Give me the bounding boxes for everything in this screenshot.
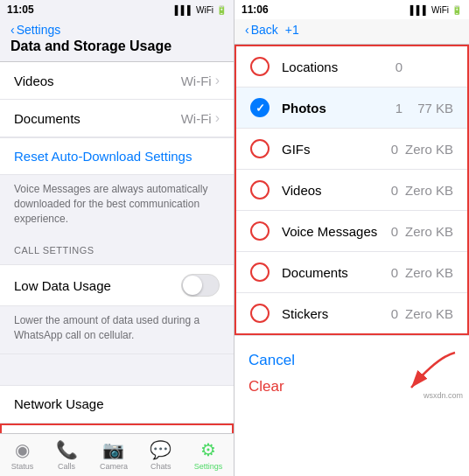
left-back-button[interactable]: ‹ Settings [10,23,223,37]
camera-icon: 📷 [102,439,124,460]
tab-bar: ◉ Status 📞 Calls 📷 Camera 💬 Chats ⚙ Sett… [0,433,234,476]
right-videos-name: Videos [282,183,384,198]
status-icon: ◉ [15,439,30,460]
locations-radio[interactable] [250,57,270,76]
low-data-info-text: Lower the amount of data used during a W… [14,314,200,341]
documents-label: Documents [14,111,80,126]
voice-messages-item[interactable]: Voice Messages 0 Zero KB [236,211,467,252]
left-time: 11:05 [7,4,34,16]
back-label: Settings [17,23,61,37]
documents-value: Wi-Fi › [181,110,220,126]
right-back-label: Back [251,23,278,37]
settings-icon: ⚙ [200,439,216,460]
plus-one-badge: +1 [285,23,299,37]
right-documents-name: Documents [282,265,384,280]
voice-messages-size: Zero KB [405,224,453,239]
documents-chevron-icon: › [215,110,220,126]
right-wifi-icon: WiFi [431,5,449,15]
gifs-size: Zero KB [405,142,453,157]
right-videos-radio[interactable] [250,180,270,200]
videos-row[interactable]: Videos Wi-Fi › [0,62,234,100]
toggle-knob [183,276,202,295]
right-documents-size: Zero KB [405,265,453,280]
status-bar-left: 11:05 ▌▌▌ WiFi 🔋 [0,0,234,19]
videos-label: Videos [14,74,54,88]
photos-item[interactable]: Photos 1 77 KB [236,88,467,129]
right-signal-icon: ▌▌▌ [410,5,429,15]
low-data-toggle[interactable] [181,274,220,297]
photos-size: 77 KB [410,101,453,116]
reset-label: Reset Auto-Download Settings [14,149,192,164]
low-data-info-block: Lower the amount of data used during a W… [0,306,234,354]
stickers-count: 0 [384,306,398,321]
tab-camera[interactable]: 📷 Camera [100,439,128,471]
documents-row[interactable]: Documents Wi-Fi › [0,100,234,137]
left-nav-bar: ‹ Settings Data and Storage Usage [0,19,234,62]
tab-chats[interactable]: 💬 Chats [150,439,172,471]
voice-info-block: Voice Messages are always automatically … [0,175,234,236]
chats-icon: 💬 [150,439,172,460]
media-list-inner: Locations 0 Photos 1 77 KB GIFs 0 Zero K… [234,45,469,335]
right-back-button[interactable]: ‹ Back [245,23,278,37]
media-list: Locations 0 Photos 1 77 KB GIFs 0 Zero K… [234,45,469,476]
storage-usage-row[interactable]: Storage Usage › [0,424,234,433]
right-status-icons: ▌▌▌ WiFi 🔋 [410,5,462,15]
stickers-item[interactable]: Stickers 0 Zero KB [236,293,467,333]
wifi-icon: WiFi [196,5,214,15]
photos-count: 1 [388,101,402,116]
call-settings-separator: CALL SETTINGS [0,236,234,264]
gifs-count: 0 [384,142,398,157]
videos-chevron-icon: › [215,73,220,88]
stickers-size: Zero KB [405,306,453,321]
right-videos-size: Zero KB [405,183,453,198]
tab-calls[interactable]: 📞 Calls [56,439,78,471]
right-documents-radio[interactable] [250,262,270,282]
voice-messages-radio[interactable] [250,221,270,241]
gifs-name: GIFs [282,142,384,157]
watermark: wsxdn.com [421,390,466,401]
tab-status[interactable]: ◉ Status [11,439,34,471]
right-documents-count: 0 [384,265,398,280]
stickers-radio[interactable] [250,304,270,323]
voice-info-text: Voice Messages are always automatically … [14,183,207,225]
low-data-label: Low Data Usage [14,278,111,293]
low-data-toggle-row[interactable]: Low Data Usage [0,264,234,306]
right-time: 11:06 [242,4,269,16]
photos-radio[interactable] [250,98,270,117]
right-panel: 11:06 ▌▌▌ WiFi 🔋 ‹ Back +1 Locations 0 [234,0,469,476]
left-page-title: Data and Storage Usage [10,38,223,54]
photos-name: Photos [282,101,388,116]
call-settings-label: CALL SETTINGS [14,245,94,256]
gifs-radio[interactable] [250,139,270,158]
battery-icon: 🔋 [216,5,227,15]
calls-icon: 📞 [56,439,78,460]
network-section [0,354,234,385]
clear-button[interactable]: Clear [248,374,284,399]
right-battery-icon: 🔋 [452,5,462,15]
right-documents-item[interactable]: Documents 0 Zero KB [236,252,467,293]
action-bar: Cancel Clear wsxdn.com [234,335,469,404]
voice-messages-name: Voice Messages [282,224,384,239]
stickers-name: Stickers [282,306,384,321]
locations-name: Locations [282,60,388,74]
tab-settings[interactable]: ⚙ Settings [194,439,223,471]
left-panel: 11:05 ▌▌▌ WiFi 🔋 ‹ Settings Data and Sto… [0,0,234,476]
network-usage-label: Network Usage [14,396,104,411]
reset-row[interactable]: Reset Auto-Download Settings [0,137,234,175]
right-videos-count: 0 [384,183,398,198]
right-chevron-left-icon: ‹ [245,23,249,37]
locations-count: 0 [388,60,402,74]
network-usage-row[interactable]: Network Usage [0,385,234,424]
gifs-item[interactable]: GIFs 0 Zero KB [236,129,467,170]
right-videos-item[interactable]: Videos 0 Zero KB [236,170,467,211]
chevron-left-icon: ‹ [10,23,15,37]
signal-icon: ▌▌▌ [175,5,193,15]
right-nav-bar: ‹ Back +1 [234,19,469,45]
left-content: Videos Wi-Fi › Documents Wi-Fi › Reset A… [0,62,234,433]
voice-messages-count: 0 [384,224,398,239]
left-status-icons: ▌▌▌ WiFi 🔋 [175,5,227,15]
locations-item[interactable]: Locations 0 [236,46,467,88]
status-bar-right: 11:06 ▌▌▌ WiFi 🔋 [234,0,469,19]
videos-value: Wi-Fi › [181,73,220,88]
